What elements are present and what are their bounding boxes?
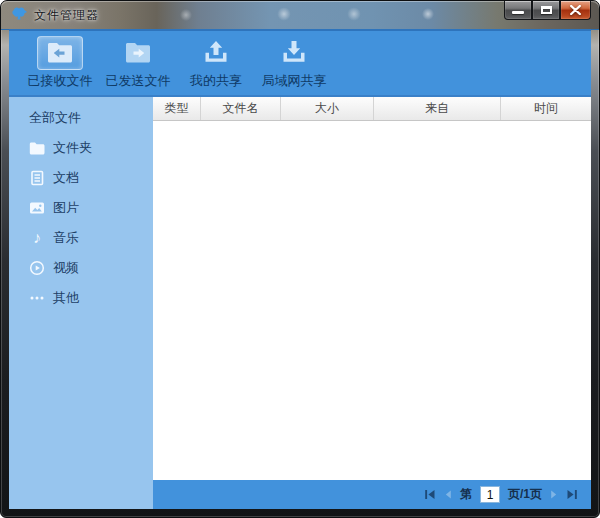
toolbar-item-my-shares[interactable]: 我的共享 xyxy=(177,36,255,95)
maximize-icon xyxy=(541,6,552,14)
music-note-icon: ♪ xyxy=(29,230,45,246)
page-suffix-label: 页/1页 xyxy=(508,486,542,503)
sidebar-item-label: 图片 xyxy=(53,199,79,217)
folder-arrow-left-icon xyxy=(47,42,73,64)
first-page-button[interactable] xyxy=(424,489,436,500)
column-header-time[interactable]: 时间 xyxy=(501,97,591,120)
sidebar-item-folders[interactable]: 文件夹 xyxy=(9,133,153,163)
file-manager-window: 文件管理器 xyxy=(0,0,600,518)
sidebar-item-label: 文档 xyxy=(53,169,79,187)
last-page-icon xyxy=(566,489,578,500)
toolbar: 已接收文件 已发送文件 我的共享 xyxy=(9,29,591,97)
maximize-button[interactable] xyxy=(532,1,560,20)
sidebar-item-label: 视频 xyxy=(53,259,79,277)
last-page-button[interactable] xyxy=(566,489,578,500)
upload-icon xyxy=(204,40,228,66)
sidebar-item-label: 文件夹 xyxy=(53,139,92,157)
column-header-size[interactable]: 大小 xyxy=(281,97,374,120)
minimize-button[interactable] xyxy=(504,1,532,20)
picture-icon xyxy=(29,200,45,216)
next-page-icon xyxy=(550,489,558,500)
folder-arrow-right-icon xyxy=(125,42,151,64)
minimize-icon xyxy=(512,11,524,14)
prev-page-icon xyxy=(444,489,452,500)
client-area: 已接收文件 已发送文件 我的共享 xyxy=(9,29,591,509)
file-table-header: 类型 文件名 大小 来自 时间 xyxy=(153,97,591,121)
toolbar-item-label: 已接收文件 xyxy=(28,72,93,90)
sidebar-item-pictures[interactable]: 图片 xyxy=(9,193,153,223)
file-list-panel: 类型 文件名 大小 来自 时间 xyxy=(153,97,591,509)
window-title: 文件管理器 xyxy=(34,7,99,24)
sidebar-item-music[interactable]: ♪ 音乐 xyxy=(9,223,153,253)
toolbar-item-received-files[interactable]: 已接收文件 xyxy=(21,36,99,95)
pagination-bar: 第 页/1页 xyxy=(153,480,591,509)
page-prefix-label: 第 xyxy=(460,486,472,503)
toolbar-item-sent-files[interactable]: 已发送文件 xyxy=(99,36,177,95)
document-icon xyxy=(29,170,45,186)
toolbar-item-label: 已发送文件 xyxy=(106,72,171,90)
app-bird-icon[interactable] xyxy=(11,6,28,25)
ellipsis-icon xyxy=(29,290,45,306)
first-page-icon xyxy=(424,489,436,500)
sidebar-item-all-files[interactable]: 全部文件 xyxy=(9,103,153,133)
toolbar-item-lan-shares[interactable]: 局域网共享 xyxy=(255,36,333,95)
video-play-icon xyxy=(29,260,45,276)
column-header-filename[interactable]: 文件名 xyxy=(201,97,281,120)
close-icon xyxy=(570,5,581,15)
sidebar: 全部文件 文件夹 xyxy=(9,97,153,509)
toolbar-item-label: 我的共享 xyxy=(190,72,242,90)
title-bar: 文件管理器 xyxy=(1,1,599,29)
sidebar-item-label: 其他 xyxy=(53,289,79,307)
file-list-empty-area xyxy=(153,121,591,480)
sidebar-item-label: 音乐 xyxy=(53,229,79,247)
sidebar-item-videos[interactable]: 视频 xyxy=(9,253,153,283)
previous-page-button[interactable] xyxy=(444,489,452,500)
download-icon xyxy=(282,40,306,66)
toolbar-item-label: 局域网共享 xyxy=(262,72,327,90)
column-header-from[interactable]: 来自 xyxy=(374,97,501,120)
folder-icon xyxy=(29,140,45,156)
sidebar-item-documents[interactable]: 文档 xyxy=(9,163,153,193)
page-number-input[interactable] xyxy=(480,486,500,503)
sidebar-item-label: 全部文件 xyxy=(29,109,81,127)
sidebar-item-others[interactable]: 其他 xyxy=(9,283,153,313)
column-header-type[interactable]: 类型 xyxy=(153,97,201,120)
caption-buttons xyxy=(504,1,591,20)
close-button[interactable] xyxy=(560,1,591,20)
next-page-button[interactable] xyxy=(550,489,558,500)
